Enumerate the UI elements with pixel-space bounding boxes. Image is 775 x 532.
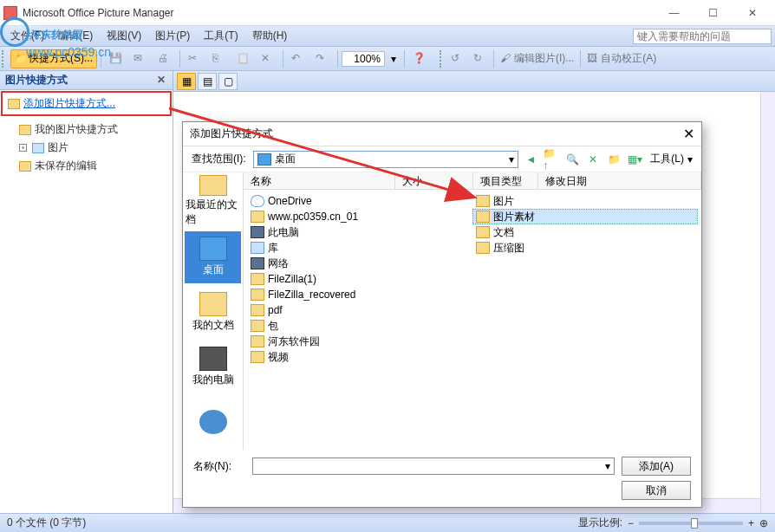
edit-icon: 🖌 [500, 52, 514, 66]
folder-icon [251, 211, 264, 223]
rotate-left-icon: ↺ [451, 52, 465, 66]
expand-icon[interactable]: + [19, 144, 27, 152]
rotate-left-button[interactable]: ↺ [446, 49, 469, 68]
menu-image[interactable]: 图片(P) [148, 26, 197, 46]
toolbar-grip[interactable] [2, 50, 7, 68]
cut-button[interactable]: ✂ [184, 49, 206, 68]
tree-item-myshortcuts[interactable]: 我的图片快捷方式 [5, 120, 167, 139]
file-item[interactable]: pdf [247, 302, 472, 318]
up-button[interactable]: 📁↑ [543, 151, 560, 168]
file-item[interactable]: 图片 [472, 193, 698, 209]
picture-icon [32, 143, 44, 153]
menu-file[interactable]: 文件(F) [3, 26, 51, 46]
net-icon [251, 257, 264, 269]
shortcut-button[interactable]: 📁 快捷方式(S)... [10, 49, 97, 68]
file-name: 包 [268, 319, 278, 334]
dialog-toolbar: 查找范围(I): 桌面 ▾ ◄ 📁↑ 🔍 ✕ 📁 ▦▾ 工具(L)▾ [183, 146, 701, 172]
maximize-button[interactable]: ☐ [694, 1, 733, 25]
views-button[interactable]: ▦▾ [626, 151, 643, 168]
file-item[interactable]: 此电脑 [247, 224, 472, 240]
zoom-input[interactable] [342, 51, 385, 67]
delete-file-button[interactable]: ✕ [584, 151, 602, 168]
paste-button[interactable]: 📋 [232, 49, 255, 68]
col-date[interactable]: 修改日期 [538, 172, 701, 189]
new-folder-button[interactable]: 📁 [605, 151, 622, 168]
col-size[interactable]: 大小 [395, 172, 473, 189]
help-button[interactable]: ❓ [408, 49, 431, 68]
auto-correct-button[interactable]: 🖼 自动校正(A) [583, 49, 661, 68]
undo-icon: ↶ [291, 52, 305, 66]
place-network[interactable] [185, 397, 241, 449]
delete-icon: ✕ [261, 52, 275, 66]
place-mydocs[interactable]: 我的文档 [185, 287, 241, 339]
file-item[interactable]: 库 [247, 240, 472, 256]
shortcuts-panel: 图片快捷方式 ✕ 添加图片快捷方式... 我的图片快捷方式 + 图片 未保存的编… [0, 71, 173, 513]
search-button[interactable]: 🔍 [563, 151, 581, 168]
col-type[interactable]: 项目类型 [473, 172, 538, 189]
print-button[interactable]: 🖨 [153, 49, 176, 68]
toolbar-grip-2[interactable] [440, 50, 445, 68]
file-item[interactable]: 压缩图 [472, 240, 698, 256]
zoom-reset-button[interactable]: ⊕ [759, 517, 768, 529]
mail-button[interactable]: ✉ [129, 49, 152, 68]
minimize-button[interactable]: — [655, 1, 694, 25]
place-desktop[interactable]: 桌面 [185, 231, 241, 283]
edit-image-button[interactable]: 🖌 编辑图片(I)... [496, 49, 578, 68]
folder-icon [251, 289, 264, 301]
file-item[interactable]: 图片素材 [472, 209, 698, 224]
tools-menu[interactable]: 工具(L) [650, 152, 684, 166]
add-button[interactable]: 添加(A) [622, 457, 691, 476]
desktop-icon [199, 237, 227, 261]
add-shortcut-link[interactable]: 添加图片快捷方式... [23, 96, 115, 111]
cancel-button[interactable]: 取消 [622, 481, 691, 500]
place-recent[interactable]: 我最近的文档 [185, 174, 241, 228]
file-item[interactable]: FileZilla_recovered [247, 287, 472, 302]
place-computer[interactable]: 我的电脑 [185, 341, 241, 393]
zoom-out-button[interactable]: − [628, 517, 634, 529]
menu-edit[interactable]: 编辑(E) [51, 26, 100, 46]
name-combo[interactable]: ▾ [252, 457, 615, 475]
dialog-close-button[interactable]: ✕ [683, 126, 694, 142]
file-item[interactable]: OneDrive [247, 193, 472, 209]
file-item[interactable]: FileZilla(1) [247, 271, 472, 287]
file-name: 图片素材 [493, 210, 535, 224]
menu-tools[interactable]: 工具(T) [197, 26, 244, 46]
tree-item-pictures[interactable]: + 图片 [5, 139, 167, 157]
titlebar: Microsoft Office Picture Manager — ☐ ✕ [0, 0, 775, 26]
menu-view[interactable]: 视图(V) [100, 26, 148, 46]
vertical-scrollbar[interactable] [760, 92, 775, 513]
desktop-icon [257, 153, 271, 165]
tree-item-unsaved[interactable]: 未保存的编辑 [5, 157, 167, 175]
file-item[interactable]: www.pc0359.cn_01 [247, 209, 472, 224]
folder-icon [251, 320, 264, 332]
zoom-slider[interactable] [639, 522, 743, 525]
redo-button[interactable]: ↷ [311, 49, 334, 68]
col-name[interactable]: 名称 [244, 172, 395, 189]
close-button[interactable]: ✕ [733, 1, 772, 25]
view-single-button[interactable]: ▢ [218, 73, 238, 90]
file-item[interactable]: 文档 [472, 224, 698, 240]
lookin-combo[interactable]: 桌面 ▾ [253, 151, 519, 168]
menu-help[interactable]: 帮助(H) [245, 26, 295, 46]
toolbar: 📁 快捷方式(S)... 💾 ✉ 🖨 ✂ ⎘ 📋 ✕ ↶ ↷ ▾ ❓ ↺ ↻ 🖌… [0, 47, 775, 71]
folder-icon [19, 161, 31, 172]
rotate-right-button[interactable]: ↻ [469, 49, 492, 68]
zoom-dropdown[interactable]: ▾ [387, 49, 401, 68]
file-item[interactable]: 包 [247, 318, 472, 334]
delete-button[interactable]: ✕ [257, 49, 279, 68]
file-item[interactable]: 网络 [247, 256, 472, 271]
zoom-in-button[interactable]: + [748, 517, 754, 529]
file-column-1: OneDrivewww.pc0359.cn_01此电脑库网络FileZilla(… [247, 193, 472, 446]
paste-icon: 📋 [237, 52, 251, 66]
view-filmstrip-button[interactable]: ▤ [198, 73, 217, 90]
panel-close-button[interactable]: ✕ [155, 75, 167, 87]
save-button[interactable]: 💾 [105, 49, 127, 68]
file-item[interactable]: 河东软件园 [247, 334, 472, 349]
view-thumbnails-button[interactable]: ▦ [177, 73, 196, 90]
copy-button[interactable]: ⎘ [208, 49, 231, 68]
help-search-input[interactable] [633, 29, 772, 44]
undo-button[interactable]: ↶ [287, 49, 309, 68]
file-name: FileZilla_recovered [268, 289, 355, 301]
back-button[interactable]: ◄ [522, 151, 539, 168]
file-item[interactable]: 视频 [247, 349, 472, 365]
